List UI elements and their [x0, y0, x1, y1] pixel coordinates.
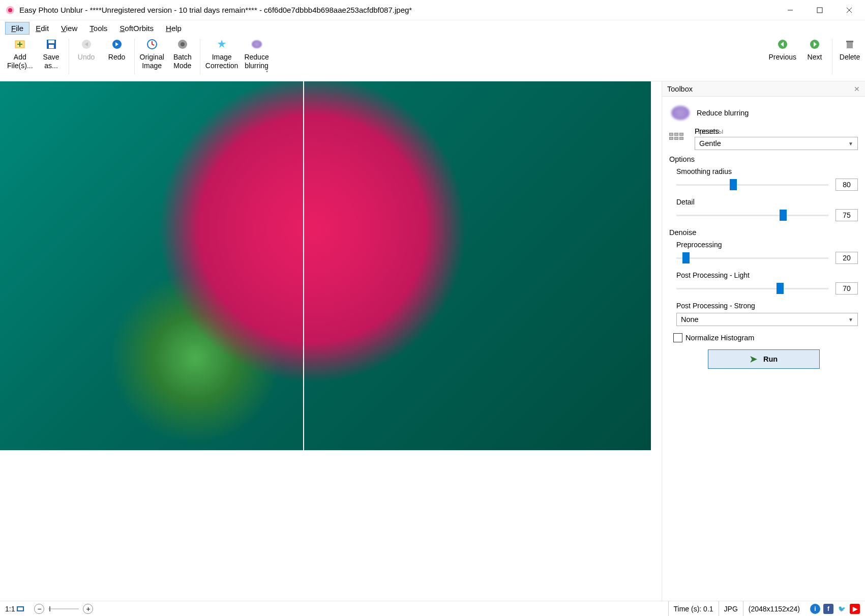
previous-icon [776, 38, 789, 51]
chevron-down-icon: ▼ [848, 141, 853, 146]
app-icon [5, 5, 15, 15]
delete-button[interactable]: Delete [834, 37, 865, 64]
presets-icon [669, 127, 688, 145]
poststrong-label: Post Processing - Strong [676, 302, 858, 310]
reduce-blurring-button[interactable]: Reduce blurring ▾ [241, 37, 272, 76]
youtube-icon[interactable]: ▶ [850, 604, 860, 614]
save-as-label: Save as... [43, 53, 59, 70]
svg-rect-11 [49, 45, 54, 48]
menu-softorbits[interactable]: SoftOrbits [113, 22, 160, 35]
zoom-ratio: 1:1 [0, 601, 29, 616]
social-links: i f 🐦 ▶ [805, 604, 865, 614]
reduce-blurring-icon [250, 38, 263, 51]
image-correction-icon [215, 38, 228, 51]
batch-mode-button[interactable]: Batch Mode [167, 37, 198, 72]
detail-slider[interactable] [676, 211, 828, 219]
menu-tools[interactable]: Tools [83, 22, 113, 35]
postlight-label: Post Processing - Light [676, 271, 858, 279]
postlight-slider[interactable] [676, 284, 828, 292]
main-area: Toolbox ✕ Reduce blurring Presets Пресет… [0, 81, 865, 601]
run-button[interactable]: ➤ Run [708, 349, 820, 369]
facebook-icon[interactable]: f [823, 604, 833, 614]
main-toolbar: Add File(s)... Save as... Undo Redo Orig… [0, 36, 865, 81]
preprocessing-slider[interactable] [676, 254, 828, 262]
presets-dropdown[interactable]: Gentle ▼ [695, 137, 858, 150]
toolbox-mode-title: Reduce blurring [697, 109, 749, 117]
image-preview [0, 81, 652, 450]
original-image-label: Original Image [140, 53, 164, 70]
zoom-controls: − + [29, 604, 98, 614]
toolbar-separator [832, 39, 832, 74]
redo-button[interactable]: Redo [102, 37, 132, 64]
image-canvas[interactable] [0, 81, 662, 601]
twitter-icon[interactable]: 🐦 [837, 604, 847, 614]
original-image-button[interactable]: Original Image [137, 37, 167, 72]
poststrong-value: None [681, 315, 699, 324]
zoom-out-button[interactable]: − [34, 604, 44, 614]
menu-help[interactable]: Help [160, 22, 188, 35]
undo-label: Undo [78, 53, 95, 62]
next-button[interactable]: Next [799, 37, 830, 64]
svg-point-16 [181, 42, 185, 46]
comparison-divider[interactable] [303, 81, 304, 450]
preprocessing-label: Preprocessing [676, 241, 858, 249]
minimize-button[interactable] [775, 0, 805, 20]
menu-bar: File Edit View Tools SoftOrbits Help [0, 20, 865, 36]
window-controls [775, 0, 864, 20]
add-files-icon [13, 38, 26, 51]
toolbox-close-icon[interactable]: ✕ [854, 85, 860, 93]
window-titlebar: Easy Photo Unblur - ****Unregistered ver… [0, 0, 865, 20]
preprocessing-value[interactable]: 20 [836, 252, 858, 264]
menu-edit[interactable]: Edit [29, 22, 55, 35]
run-label: Run [763, 355, 778, 363]
close-button[interactable] [834, 0, 864, 20]
reduce-blurring-label: Reduce blurring [244, 53, 269, 70]
maximize-button[interactable] [805, 0, 834, 20]
trash-icon [843, 38, 856, 51]
presets-label: Presets Пресеты [695, 127, 858, 135]
previous-button[interactable]: Previous [766, 37, 799, 64]
batch-mode-label: Batch Mode [173, 53, 192, 70]
toolbar-separator [134, 39, 135, 74]
svg-rect-21 [846, 41, 853, 42]
zoom-in-button[interactable]: + [83, 604, 93, 614]
svg-rect-10 [48, 40, 54, 43]
undo-button[interactable]: Undo [71, 37, 102, 64]
toolbar-separator [69, 39, 69, 74]
denoise-header: Denoise [669, 228, 858, 237]
add-files-label: Add File(s)... [7, 53, 33, 70]
smoothing-slider[interactable] [676, 181, 828, 189]
image-correction-button[interactable]: Image Correction [202, 37, 242, 72]
smoothing-value[interactable]: 80 [836, 179, 858, 191]
poststrong-dropdown[interactable]: None ▼ [676, 313, 858, 326]
status-dimensions: (2048x1152x24) [743, 601, 805, 616]
dropdown-arrow-icon[interactable]: ▾ [266, 69, 268, 74]
original-image-icon [145, 38, 159, 51]
run-arrow-icon: ➤ [750, 354, 757, 365]
menu-view[interactable]: View [55, 22, 83, 35]
window-title: Easy Photo Unblur - ****Unregistered ver… [19, 6, 775, 14]
options-header: Options [669, 155, 858, 163]
svg-rect-3 [817, 8, 822, 13]
image-correction-label: Image Correction [205, 53, 238, 70]
normalize-checkbox[interactable] [673, 333, 682, 342]
blur-icon [671, 106, 690, 120]
info-icon[interactable]: i [810, 604, 820, 614]
redo-icon [110, 38, 124, 51]
redo-label: Redo [108, 53, 125, 62]
detail-label: Detail [676, 198, 858, 206]
save-as-button[interactable]: Save as... [36, 37, 67, 72]
zoom-slider[interactable] [48, 608, 79, 609]
fit-icon[interactable] [17, 606, 24, 611]
status-format: JPG [719, 601, 743, 616]
batch-mode-icon [176, 38, 189, 51]
menu-file[interactable]: File [5, 22, 29, 35]
postlight-value[interactable]: 70 [836, 282, 858, 295]
toolbox-title: Toolbox [667, 85, 693, 93]
undo-icon [80, 38, 93, 51]
delete-label: Delete [840, 53, 860, 62]
detail-value[interactable]: 75 [836, 209, 858, 221]
add-files-button[interactable]: Add File(s)... [4, 37, 36, 72]
chevron-down-icon: ▼ [848, 317, 853, 322]
toolbar-separator [200, 39, 200, 74]
